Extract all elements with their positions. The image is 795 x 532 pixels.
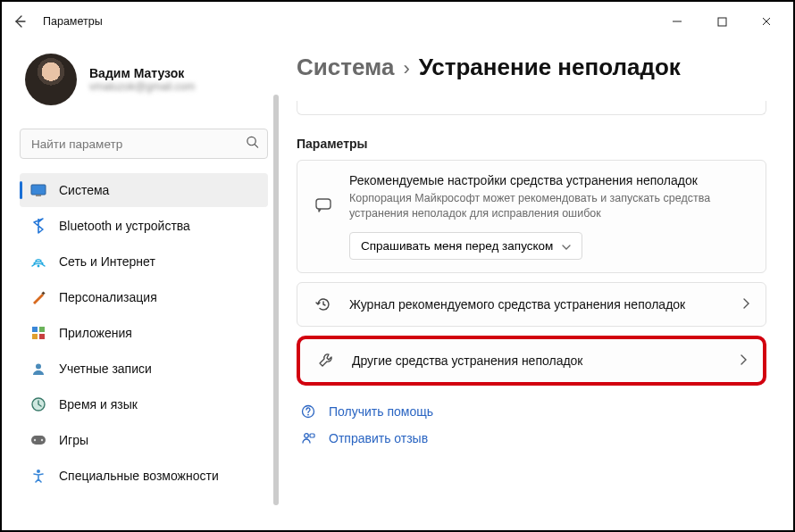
svg-rect-16 <box>316 199 331 209</box>
arrow-left-icon <box>13 14 27 29</box>
sidebar-item-accessibility[interactable]: Специальные возможности <box>20 459 268 493</box>
sidebar-item-label: Bluetooth и устройства <box>59 219 190 233</box>
time-icon <box>30 396 46 412</box>
accounts-icon <box>30 361 46 377</box>
personalization-icon <box>30 289 46 305</box>
svg-rect-12 <box>31 436 46 445</box>
svg-rect-9 <box>39 334 45 339</box>
section-label: Параметры <box>297 137 766 151</box>
svg-rect-0 <box>718 18 726 26</box>
sidebar-item-personalization[interactable]: Персонализация <box>20 280 268 314</box>
svg-rect-3 <box>36 195 41 196</box>
accessibility-icon <box>30 468 46 484</box>
chat-icon <box>314 196 333 214</box>
search-icon <box>246 136 259 153</box>
minimize-button[interactable] <box>657 9 697 34</box>
svg-point-18 <box>307 413 309 415</box>
recommended-settings-card: Рекомендуемые настройки средства устране… <box>297 160 766 273</box>
svg-point-1 <box>247 137 255 145</box>
close-icon <box>761 16 772 27</box>
main-content: Система › Устранение неполадок Параметры… <box>279 41 793 530</box>
title-bar: Параметры <box>2 2 793 41</box>
sidebar-item-network[interactable]: Сеть и Интернет <box>20 245 268 278</box>
nav-list: Система Bluetooth и устройства Сеть и Ин… <box>20 173 268 493</box>
reco-dropdown[interactable]: Спрашивать меня перед запуском <box>349 232 582 260</box>
svg-rect-7 <box>39 327 45 332</box>
sidebar-item-label: Специальные возможности <box>59 469 219 483</box>
chevron-down-icon <box>562 239 571 253</box>
window-title: Параметры <box>43 15 103 28</box>
sidebar: Вадим Матузок vmatuzok@gmail.com Система… <box>2 41 279 530</box>
back-button[interactable] <box>9 11 30 32</box>
breadcrumb-root[interactable]: Система <box>297 54 394 81</box>
get-help-link[interactable]: Получить помощь <box>300 403 766 420</box>
breadcrumb: Система › Устранение неполадок <box>297 54 766 81</box>
maximize-icon <box>717 17 727 27</box>
gaming-icon <box>30 432 46 448</box>
history-icon <box>314 295 333 313</box>
bluetooth-icon <box>30 218 46 234</box>
svg-point-4 <box>38 265 40 268</box>
footer-links: Получить помощь Отправить отзыв <box>297 403 766 446</box>
system-icon <box>30 182 46 198</box>
collapsed-card-remnant <box>297 101 766 115</box>
apps-icon <box>30 325 46 341</box>
close-button[interactable] <box>747 9 786 34</box>
sidebar-item-label: Время и язык <box>59 397 138 411</box>
get-help-label: Получить помощь <box>329 404 433 419</box>
search-input[interactable] <box>20 129 268 159</box>
sidebar-item-accounts[interactable]: Учетные записи <box>20 352 268 386</box>
svg-rect-6 <box>32 327 38 332</box>
maximize-button[interactable] <box>702 9 741 34</box>
chevron-right-icon: › <box>403 57 409 80</box>
wrench-icon <box>316 352 336 370</box>
chevron-right-icon <box>740 353 747 369</box>
sidebar-item-label: Сеть и Интернет <box>59 254 155 269</box>
minimize-icon <box>672 16 682 27</box>
give-feedback-link[interactable]: Отправить отзыв <box>300 430 766 446</box>
network-icon <box>30 254 46 270</box>
svg-point-15 <box>37 470 40 473</box>
sidebar-item-gaming[interactable]: Игры <box>20 423 268 457</box>
sidebar-item-bluetooth[interactable]: Bluetooth и устройства <box>20 209 268 243</box>
svg-rect-8 <box>32 334 38 339</box>
chevron-right-icon <box>742 296 749 312</box>
other-title: Другие средства устранения неполадок <box>352 353 724 368</box>
other-troubleshooters-card[interactable]: Другие средства устранения неполадок <box>297 336 766 386</box>
svg-rect-20 <box>310 434 314 437</box>
reco-title: Рекомендуемые настройки средства устране… <box>349 173 749 187</box>
reco-dropdown-value: Спрашивать меня перед запуском <box>361 239 553 253</box>
profile-block[interactable]: Вадим Матузок vmatuzok@gmail.com <box>20 41 268 125</box>
svg-point-13 <box>34 439 36 441</box>
history-card[interactable]: Журнал рекомендуемого средства устранени… <box>297 282 766 327</box>
profile-name: Вадим Матузок <box>89 66 195 80</box>
sidebar-item-label: Игры <box>59 433 88 447</box>
avatar <box>25 54 77 105</box>
svg-point-19 <box>305 433 309 437</box>
sidebar-item-apps[interactable]: Приложения <box>20 316 268 350</box>
feedback-icon <box>300 430 316 446</box>
sidebar-item-label: Система <box>59 183 109 197</box>
history-title: Журнал рекомендуемого средства устранени… <box>349 297 726 312</box>
sidebar-item-time[interactable]: Время и язык <box>20 387 268 421</box>
svg-rect-2 <box>31 185 46 195</box>
page-title: Устранение неполадок <box>419 54 681 81</box>
svg-point-10 <box>36 364 41 370</box>
sidebar-item-label: Учетные записи <box>59 362 152 376</box>
sidebar-item-label: Персонализация <box>59 290 157 304</box>
svg-point-14 <box>41 439 43 441</box>
profile-email: vmatuzok@gmail.com <box>89 80 195 93</box>
help-icon <box>300 403 316 420</box>
sidebar-item-label: Приложения <box>59 326 132 340</box>
reco-subtitle: Корпорация Майкрософт может рекомендоват… <box>349 191 749 221</box>
give-feedback-label: Отправить отзыв <box>329 431 428 445</box>
sidebar-item-system[interactable]: Система <box>20 173 268 207</box>
search-box[interactable] <box>20 129 268 159</box>
